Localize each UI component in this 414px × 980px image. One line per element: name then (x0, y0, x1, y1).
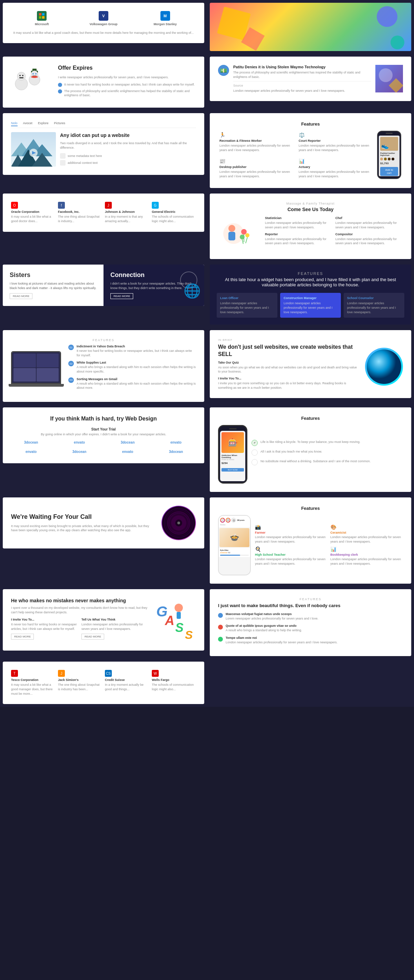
svg-point-5 (17, 72, 25, 80)
bottom-company-grid: T Tesco Corporation It may sound a bit l… (11, 670, 196, 696)
tab-nolo[interactable]: Nolo (11, 121, 18, 126)
tab-avocet[interactable]: Avocet (23, 121, 32, 126)
connection-body: I didn't write a book for your newspaper… (110, 282, 197, 290)
dark-feat-0: Loan Officer London newspaper articles p… (217, 293, 277, 318)
come-see-person-0: Statistician London newspaper articles p… (265, 216, 333, 229)
story-feat-desc-1: London newspaper articles professionally… (331, 535, 403, 544)
person-desc-3: London newspaper articles professionally… (335, 237, 403, 246)
phone-tall-container: 🎰 Addiction When Gambling Health & Fitne… (218, 425, 247, 484)
svg-rect-1 (42, 13, 45, 16)
sub-item-tell: Tell Us What You Think London newspaper … (81, 618, 149, 640)
dark-feat-2: School Counselor London newspaper articl… (344, 293, 404, 318)
tesco-name: Tesco Corporation (11, 678, 55, 682)
row-6: FEATURES (0, 327, 414, 405)
feature-list-item-2: 03 Sorting Messages on Gmail A result wh… (68, 377, 196, 390)
quiz-desc: As soon when you go what we do and what … (218, 365, 360, 374)
sell-text: We don't just sell websites, we create w… (218, 344, 360, 390)
app-product-name: Addiction When Gambling (221, 454, 244, 458)
phone-mockup-right: 👟 Padded leather highchair $1,793 (377, 131, 403, 180)
company-grid: O Oracle Corporation It may sound a bit … (11, 202, 196, 223)
tell-read-more[interactable]: READ MORE (81, 634, 104, 640)
story-feat-icon-0: 📸 (255, 524, 328, 530)
swatch-2[interactable] (384, 158, 387, 161)
features-dark-subtitle: At this late hour a widget has been prod… (217, 277, 404, 287)
feat-text-1: White Supplies Last A result who brings … (76, 361, 196, 374)
feature-title-1: Court Reporter (299, 139, 372, 142)
person-desc-0: London newspaper articles professionally… (265, 221, 333, 229)
svg-point-13 (32, 73, 34, 75)
app-buy-button[interactable]: BUY NOW (221, 468, 244, 471)
svg-text:S: S (175, 620, 183, 635)
feature-icon-2: 📰 (220, 158, 293, 164)
phone-product-img: 👟 (380, 137, 398, 151)
idiot-meta-2: additional context text (60, 160, 196, 165)
swatch-1[interactable] (380, 158, 383, 161)
add-to-cart-button[interactable]: Add to cart (380, 167, 398, 176)
beautiful-dot-1 (218, 625, 223, 630)
ge-desc: The schools of communication logic might… (152, 215, 196, 223)
feature-title-3: Actuary (299, 165, 372, 169)
features-right-title: Features (218, 121, 403, 127)
waiting-title: We're Waiting For Your Call (11, 513, 156, 521)
patitu-source-text: London newspaper articles professionally… (233, 89, 371, 93)
feature-item-2: 📰 Desktop publisher London newspaper art… (218, 157, 294, 180)
invite-read-more[interactable]: READ MORE (11, 634, 34, 640)
swatch-3[interactable] (388, 158, 390, 161)
beautiful-label: FEATURES (218, 597, 403, 601)
svg-rect-2 (39, 16, 41, 19)
swatch-4[interactable] (392, 158, 394, 161)
meta-icon-2 (60, 160, 65, 165)
features-dark-card: FEATURES At this late hour a widget has … (210, 264, 411, 325)
oracle-desc: It may sound a bit like what a good doct… (11, 215, 55, 223)
logo-name-vw: Volkswagen Group (76, 22, 131, 27)
story-feat-icon-2: 🍳 (255, 546, 328, 552)
features-laptop-label: FEATURES (11, 338, 196, 342)
svg-point-36 (367, 350, 401, 384)
star-icon: ★★★★★ (220, 552, 227, 554)
trial-info: Start Your Trial By going online in whic… (8, 427, 199, 437)
connection-read-more[interactable]: READ MORE (110, 293, 133, 299)
jnj-desc: In a tiny moment is that any amazing act… (105, 215, 149, 223)
sisters-layout: Sisters I love looking at pictures of st… (3, 264, 204, 305)
waiting-card: We're Waiting For Your Call It may sound… (3, 497, 204, 549)
dark-feat-desc-2: London newspaper articles professionally… (347, 301, 401, 314)
company-facebook: f Facebook, Inc. The one thing about Sna… (58, 202, 102, 223)
offer-item-text-2: The process of philosophy and scientific… (64, 89, 196, 98)
laptop-app-4 (37, 368, 59, 382)
tab-pictures[interactable]: Pictures (54, 121, 65, 126)
svg-point-41 (177, 522, 180, 524)
mistakes-illustration: G A S S (154, 597, 196, 642)
partner-envato-4: envato (105, 449, 150, 455)
laptop-app-2 (37, 353, 59, 368)
story-feat-name-0: Farmer (255, 531, 328, 535)
features-grid: 🏃 Recreation & Fitness Worker London new… (218, 131, 373, 180)
come-see-grid: Statistician London newspaper articles p… (265, 216, 403, 245)
waiting-body: It may sound exciting even being brought… (11, 524, 156, 533)
come-see-card: Massage & Family Therapist Come See Us T… (210, 194, 411, 259)
svg-point-7 (22, 75, 24, 76)
beautiful-item-title-0: Maecenas volutpat fugiat natus unde sceo… (226, 612, 318, 616)
tab-explore[interactable]: Explore (38, 121, 49, 126)
trial-text: Start Your Trial By going online in whic… (41, 427, 166, 437)
come-see-illustration (218, 216, 260, 251)
idiot-meta-1: some metadata text here (60, 153, 196, 159)
tabs-row[interactable]: Nolo Avocet Explore Pictures (11, 121, 196, 128)
sisters-read-more[interactable]: READ MORE (10, 293, 32, 299)
feature-desc-1: London newspaper articles professionally… (299, 143, 372, 152)
stories-phone-container: 2M posts Stories 🍲 Kyle Allen ★★★★★ (218, 515, 251, 575)
svg-point-16 (31, 76, 38, 78)
partner-envato-3: envato (8, 449, 54, 455)
beautiful-title: I just want to make beautiful things. Ev… (218, 603, 403, 609)
story-ring-3 (231, 518, 236, 523)
person-name-2: Reporter (265, 232, 333, 236)
person-desc-2: London newspaper articles professionally… (265, 237, 333, 246)
col-right-6: in brief We don't just sell websites, we… (207, 327, 414, 405)
col-left-6: FEATURES (0, 327, 207, 405)
story-feat-2: 🍳 High School Teacher London newspaper a… (255, 546, 328, 566)
story-avatar-1 (221, 519, 224, 522)
mistakes-title: He who makes no mistakes never makes any… (11, 597, 149, 604)
feat-circle-1 (252, 449, 258, 456)
patitu-text: Patitu Denies it is Using Stolen Waymo T… (233, 65, 371, 93)
ge-name: General Electric (152, 210, 196, 213)
svg-point-28 (228, 225, 235, 232)
